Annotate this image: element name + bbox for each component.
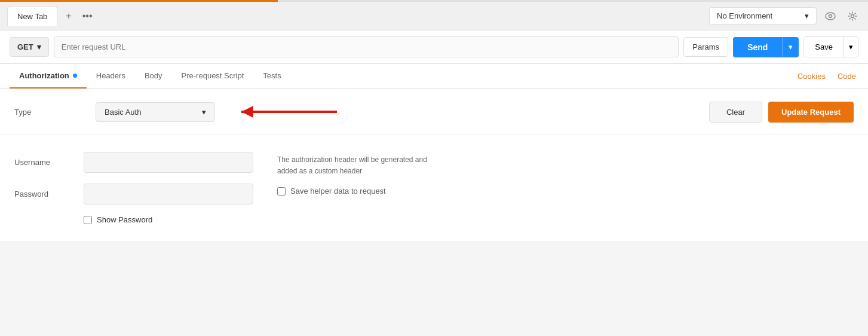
- type-label: Type: [14, 108, 86, 117]
- tab-authorization[interactable]: Authorization: [10, 64, 87, 88]
- red-arrow-icon: [229, 101, 349, 123]
- add-tab-button[interactable]: +: [62, 8, 75, 24]
- tab-actions: + •••: [62, 8, 96, 24]
- tab-nav-right: Cookies Code: [795, 65, 858, 88]
- gear-icon: [848, 11, 857, 21]
- body-tab-label: Body: [145, 71, 162, 80]
- environment-select[interactable]: No Environment ▾: [709, 7, 817, 25]
- type-chevron-icon: ▾: [202, 108, 206, 117]
- content-area: Type Basic Auth ▾ Clear Update Request U…: [0, 89, 868, 241]
- clear-button[interactable]: Clear: [709, 102, 762, 123]
- env-area: No Environment ▾: [709, 7, 861, 25]
- method-select[interactable]: GET ▾: [10, 37, 49, 57]
- fields-right: The authorization header will be generat…: [277, 152, 854, 224]
- helper-label[interactable]: Save helper data to request: [290, 187, 386, 196]
- authorization-dot: [73, 74, 77, 78]
- update-request-button[interactable]: Update Request: [768, 102, 854, 123]
- url-input[interactable]: [54, 36, 679, 57]
- pre-request-tab-label: Pre-request Script: [182, 71, 244, 80]
- show-password-label[interactable]: Show Password: [97, 215, 152, 224]
- svg-point-0: [826, 13, 835, 20]
- type-row: Type Basic Auth ▾ Clear Update Request: [0, 89, 868, 135]
- headers-tab-label: Headers: [96, 71, 125, 80]
- tab-pre-request-script[interactable]: Pre-request Script: [172, 64, 254, 88]
- save-dropdown-button[interactable]: ▾: [844, 37, 858, 57]
- cookies-link[interactable]: Cookies: [795, 65, 828, 88]
- show-password-checkbox[interactable]: [84, 216, 92, 224]
- arrow-annotation: [229, 101, 349, 123]
- svg-point-1: [829, 14, 832, 17]
- gear-icon-button[interactable]: [844, 9, 861, 23]
- tab-headers[interactable]: Headers: [87, 64, 135, 88]
- type-actions: Clear Update Request: [709, 102, 854, 123]
- more-options-button[interactable]: •••: [79, 8, 96, 24]
- save-button[interactable]: Save: [804, 37, 844, 57]
- type-selected-label: Basic Auth: [105, 108, 141, 117]
- show-password-row: Show Password: [84, 215, 253, 224]
- top-bar: New Tab + ••• No Environment ▾: [0, 2, 868, 30]
- params-button[interactable]: Params: [683, 37, 728, 57]
- progress-bar-fill: [0, 0, 278, 2]
- username-label: Username: [14, 158, 74, 167]
- password-label: Password: [14, 190, 74, 198]
- helper-row: Save helper data to request: [277, 187, 854, 196]
- password-row: Password: [14, 184, 253, 204]
- fields-area: Username Password Show Password The auth…: [0, 135, 868, 241]
- auth-info-text: The authorization header will be generat…: [277, 154, 854, 177]
- new-tab[interactable]: New Tab: [7, 7, 57, 26]
- username-row: Username: [14, 152, 253, 173]
- tabs-area: New Tab + •••: [7, 7, 96, 26]
- eye-icon: [825, 12, 836, 20]
- eye-icon-button[interactable]: [821, 10, 839, 23]
- authorization-tab-label: Authorization: [19, 71, 69, 80]
- save-btn-group: Save ▾: [803, 36, 858, 57]
- type-select[interactable]: Basic Auth ▾: [96, 102, 215, 122]
- url-bar: GET ▾ Params Send ▾ Save ▾: [0, 30, 868, 64]
- progress-bar: [0, 0, 868, 2]
- username-input[interactable]: [84, 152, 253, 173]
- svg-marker-4: [241, 106, 253, 118]
- send-button[interactable]: Send: [733, 37, 782, 57]
- tests-tab-label: Tests: [263, 71, 281, 80]
- send-btn-group: Send ▾: [733, 37, 799, 57]
- tab-body[interactable]: Body: [135, 64, 172, 88]
- save-helper-checkbox[interactable]: [277, 187, 286, 196]
- tab-tests[interactable]: Tests: [253, 64, 290, 88]
- send-dropdown-button[interactable]: ▾: [782, 37, 799, 57]
- tab-nav: Authorization Headers Body Pre-request S…: [0, 64, 868, 89]
- fields-left: Username Password Show Password: [14, 152, 253, 224]
- tab-label: New Tab: [17, 12, 47, 21]
- chevron-down-icon: ▾: [805, 11, 809, 20]
- env-label: No Environment: [717, 11, 772, 20]
- code-link[interactable]: Code: [835, 65, 858, 88]
- password-input[interactable]: [84, 184, 253, 204]
- svg-point-2: [851, 14, 854, 17]
- method-chevron-icon: ▾: [37, 42, 41, 51]
- method-label: GET: [17, 42, 33, 51]
